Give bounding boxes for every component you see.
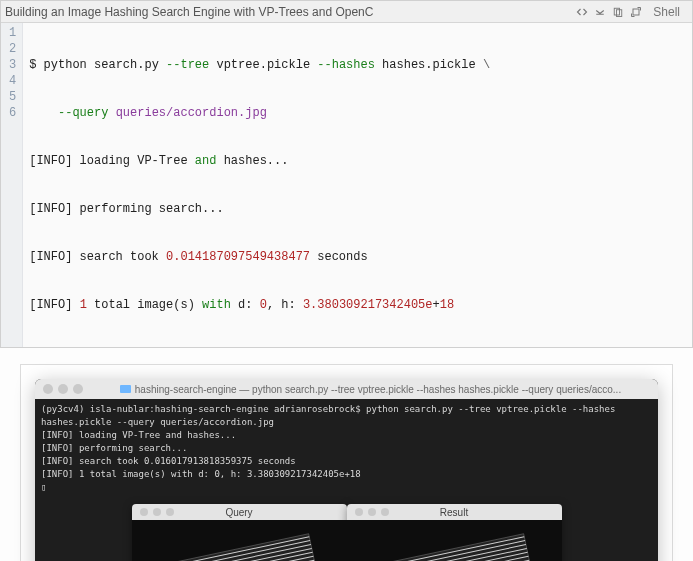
result-title: Result [397,507,512,518]
query-titlebar[interactable]: Query [132,504,347,520]
accordion-icon [132,520,347,561]
collapse-icon[interactable] [591,3,609,21]
minimize-icon[interactable] [153,508,161,516]
cell-title: Building an Image Hashing Search Engine … [5,5,573,19]
code-content[interactable]: $ python search.py --tree vptree.pickle … [23,23,496,347]
code-toggle-icon[interactable] [573,3,591,21]
query-image [132,520,347,561]
line-number-gutter: 1 2 3 4 5 6 [1,23,23,347]
terminal-output[interactable]: (py3cv4) isla-nublar:hashing-search-engi… [35,399,658,504]
toolbar-buttons: Shell [573,3,688,21]
line-number: 3 [9,57,16,73]
accordion-icon [347,520,562,561]
query-image-window: Query [132,504,347,561]
line-number: 4 [9,73,16,89]
minimize-icon[interactable] [368,508,376,516]
code-area: 1 2 3 4 5 6 $ python search.py --tree vp… [1,23,692,347]
zoom-icon[interactable] [73,384,83,394]
query-title: Query [182,507,297,518]
close-icon[interactable] [140,508,148,516]
minimize-icon[interactable] [58,384,68,394]
cell-toolbar: Building an Image Hashing Search Engine … [1,1,692,23]
line-number: 2 [9,41,16,57]
shell-label-button[interactable]: Shell [645,3,688,21]
folder-icon [120,385,131,393]
image-results-row: Query [35,504,658,561]
result-image [347,520,562,561]
close-icon[interactable] [355,508,363,516]
result-image-window: Result [347,504,562,561]
line-number: 1 [9,25,16,41]
code-cell: Building an Image Hashing Search Engine … [0,0,693,348]
traffic-lights[interactable] [43,384,83,394]
expand-icon[interactable] [627,3,645,21]
result-titlebar[interactable]: Result [347,504,562,520]
terminal-window: hashing-search-engine — python search.py… [35,379,658,561]
terminal-titlebar[interactable]: hashing-search-engine — python search.py… [35,379,658,399]
line-number: 5 [9,89,16,105]
zoom-icon[interactable] [166,508,174,516]
output-area: hashing-search-engine — python search.py… [20,364,673,561]
zoom-icon[interactable] [381,508,389,516]
close-icon[interactable] [43,384,53,394]
copy-icon[interactable] [609,3,627,21]
line-number: 6 [9,105,16,121]
svg-rect-2 [633,9,639,15]
terminal-title: hashing-search-engine — python search.py… [91,384,650,395]
